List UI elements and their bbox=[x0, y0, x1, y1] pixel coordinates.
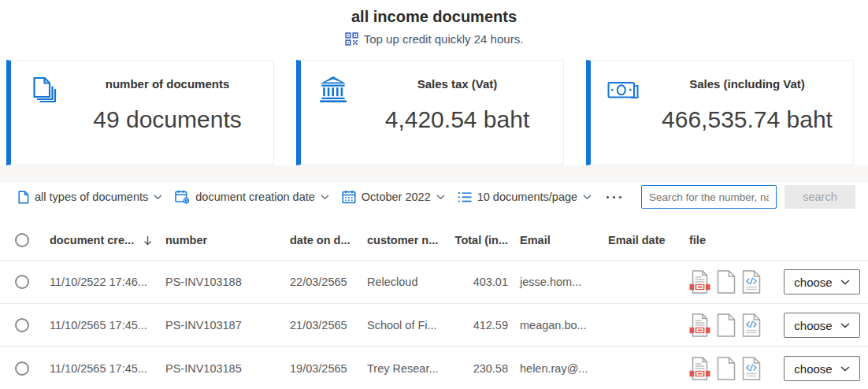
card-number-of-documents: number of documents 49 documents bbox=[6, 60, 274, 165]
select-all-radio[interactable] bbox=[0, 233, 43, 247]
table-row: 11/10/2565 17:45... PS-INV103185 19/03/2… bbox=[0, 347, 868, 389]
pdf-file-icon[interactable] bbox=[689, 313, 710, 337]
topup-credit-link[interactable]: Top up credit quickly 24 hours. bbox=[0, 32, 868, 46]
column-header-total: Total (in... bbox=[447, 234, 514, 246]
column-header-date: date on d... bbox=[284, 234, 361, 246]
column-header-label: document cre... bbox=[50, 234, 134, 246]
cell-number: PS-INV103185 bbox=[159, 362, 284, 375]
code-file-icon[interactable] bbox=[742, 313, 761, 337]
cell-customer: School of Fi... bbox=[361, 319, 447, 332]
code-file-icon[interactable] bbox=[742, 357, 761, 380]
document-icon bbox=[17, 191, 29, 204]
table-row: 11/10/2565 17:45... PS-INV103187 21/03/2… bbox=[0, 304, 868, 347]
table-row: 11/10/2522 17:46... PS-INV103188 22/03/2… bbox=[0, 261, 868, 304]
pdf-file-icon[interactable] bbox=[689, 357, 710, 380]
choose-button[interactable]: choose bbox=[784, 313, 860, 338]
chevron-down-icon bbox=[840, 366, 850, 372]
calendar-settings-icon bbox=[175, 190, 190, 204]
copy-documents-icon bbox=[11, 61, 76, 165]
pdf-file-icon[interactable] bbox=[689, 270, 710, 294]
cell-total: 403.01 bbox=[447, 276, 514, 288]
filter-month-label: October 2022 bbox=[362, 191, 431, 203]
filter-page-size-label: 10 documents/page bbox=[477, 191, 577, 203]
section-divider-band bbox=[0, 165, 868, 183]
more-filters-button[interactable] bbox=[606, 195, 622, 199]
code-file-icon[interactable] bbox=[742, 270, 761, 294]
radio-circle[interactable] bbox=[15, 275, 29, 289]
cell-created: 11/10/2565 17:45... bbox=[43, 319, 159, 332]
card-body: number of documents 49 documents bbox=[76, 61, 273, 165]
card-label: Sales tax (Vat) bbox=[417, 77, 498, 91]
card-label: Sales (including Vat) bbox=[689, 77, 805, 91]
cell-email: jesse.hom... bbox=[514, 276, 602, 288]
page-title: all income documents bbox=[0, 8, 868, 26]
filter-date-mode[interactable]: document creation date bbox=[175, 190, 329, 204]
radio-circle[interactable] bbox=[15, 318, 29, 332]
cell-total: 230.58 bbox=[447, 362, 514, 375]
choose-button[interactable]: choose bbox=[784, 356, 860, 381]
chevron-down-icon bbox=[840, 323, 850, 328]
cell-created: 11/10/2522 17:46... bbox=[43, 276, 159, 288]
cell-choose: choose bbox=[776, 313, 868, 338]
cell-file-actions bbox=[683, 313, 776, 337]
column-header-customer: customer n... bbox=[361, 234, 447, 246]
cell-number: PS-INV103187 bbox=[159, 319, 284, 332]
filter-month[interactable]: October 2022 bbox=[342, 190, 445, 204]
chevron-down-icon bbox=[154, 194, 162, 200]
topup-credit-label: Top up credit quickly 24 hours. bbox=[364, 32, 524, 46]
radio-circle[interactable] bbox=[15, 233, 29, 247]
filter-bar: all types of documents document creation… bbox=[0, 183, 868, 211]
column-header-file: file bbox=[683, 234, 776, 246]
column-header-created[interactable]: document cre... bbox=[43, 234, 159, 246]
search-input[interactable] bbox=[641, 185, 777, 209]
choose-button-label: choose bbox=[794, 276, 832, 289]
blank-file-icon[interactable] bbox=[717, 313, 736, 337]
choose-button[interactable]: choose bbox=[784, 269, 860, 295]
list-icon bbox=[458, 191, 472, 203]
filter-document-type[interactable]: all types of documents bbox=[17, 191, 162, 204]
row-select-radio[interactable] bbox=[0, 361, 43, 376]
summary-cards: number of documents 49 documents bbox=[6, 60, 854, 165]
cell-choose: choose bbox=[776, 356, 868, 381]
cell-customer: Trey Resear... bbox=[361, 362, 447, 375]
blank-file-icon[interactable] bbox=[717, 270, 736, 294]
cell-date: 21/03/2565 bbox=[284, 319, 361, 332]
column-header-email-date: Email date bbox=[602, 234, 683, 246]
cell-file-actions bbox=[683, 270, 776, 294]
income-documents-page: all income documents Top up credit quick… bbox=[0, 0, 868, 389]
chevron-down-icon bbox=[436, 194, 445, 200]
card-value: 49 documents bbox=[93, 106, 241, 133]
row-select-radio[interactable] bbox=[0, 275, 43, 289]
radio-circle[interactable] bbox=[15, 361, 29, 376]
choose-button-label: choose bbox=[794, 362, 832, 376]
sort-arrow-down-icon bbox=[143, 235, 152, 246]
more-ellipsis-icon bbox=[606, 195, 622, 199]
qr-code-icon bbox=[345, 32, 358, 46]
card-body: Sales (including Vat) 466,535.74 baht bbox=[655, 61, 853, 165]
column-header-email: Email bbox=[514, 234, 602, 246]
blank-file-icon[interactable] bbox=[717, 357, 736, 380]
choose-button-label: choose bbox=[794, 319, 832, 332]
cell-file-actions bbox=[683, 357, 776, 380]
card-label: number of documents bbox=[106, 77, 230, 91]
filter-page-size[interactable]: 10 documents/page bbox=[458, 191, 592, 203]
cell-email: meagan.bo... bbox=[514, 319, 602, 332]
cell-total: 412.59 bbox=[447, 319, 514, 332]
cell-date: 19/03/2565 bbox=[284, 362, 361, 375]
card-sales-tax: Sales tax (Vat) 4,420.54 baht bbox=[296, 60, 564, 165]
banknote-icon bbox=[591, 61, 655, 165]
chevron-down-icon bbox=[321, 194, 329, 200]
card-value: 466,535.74 baht bbox=[662, 106, 833, 133]
chevron-down-icon bbox=[840, 280, 850, 285]
row-select-radio[interactable] bbox=[0, 318, 43, 332]
search-button[interactable]: search bbox=[785, 185, 855, 209]
cell-choose: choose bbox=[776, 269, 868, 295]
cell-created: 11/10/2565 17:45... bbox=[43, 362, 159, 375]
card-body: Sales tax (Vat) 4,420.54 baht bbox=[365, 61, 563, 165]
card-value: 4,420.54 baht bbox=[385, 106, 530, 133]
cell-email: helen.ray@... bbox=[514, 362, 602, 375]
filter-document-type-label: all types of documents bbox=[35, 191, 148, 203]
column-header-number: number bbox=[159, 234, 284, 246]
table-header-row: document cre... number date on d... cust… bbox=[0, 213, 868, 261]
cell-customer: Relecloud bbox=[361, 276, 447, 288]
